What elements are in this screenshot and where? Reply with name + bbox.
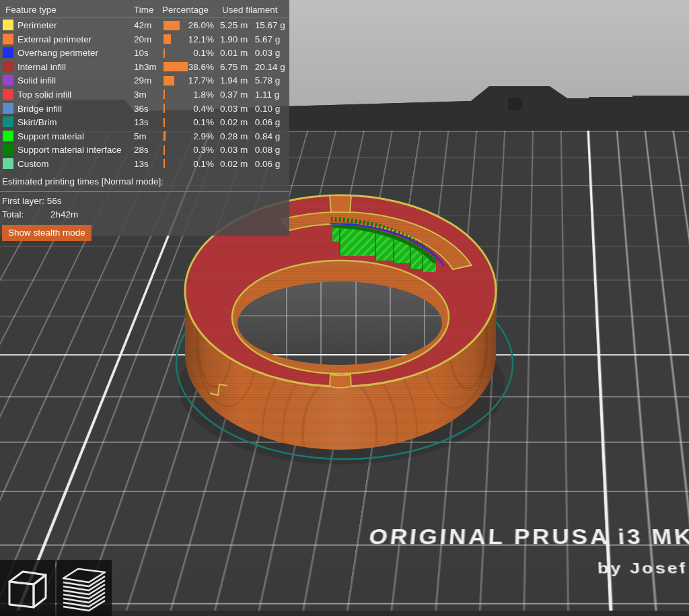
bed-byline-text: by Josef: [597, 561, 688, 576]
bed-brand-text: ORIGINAL PRUSA i3 MK: [367, 526, 689, 547]
used-filament-value: 6.75 m 20.14 g: [220, 62, 285, 72]
used-filament-value: 0.02 m 0.06 g: [220, 159, 280, 169]
percentage-value: 0.1%: [175, 48, 214, 58]
percentage-bar: [164, 159, 165, 168]
feature-name: Support material interface: [17, 145, 122, 155]
percentage-bar: [164, 118, 165, 127]
legend-row: Custom 13s 0.1% 0.02 m 0.06 g: [0, 157, 289, 171]
used-filament-value: 0.03 m 0.10 g: [220, 104, 280, 114]
percentage-value: 0.1%: [175, 117, 214, 127]
percentage-bar: [164, 145, 165, 155]
estimate-heading: Estimated printing times [Normal mode]:: [2, 176, 289, 188]
legend-row: Overhang perimeter 10s 0.1% 0.01 m 0.03 …: [0, 46, 289, 60]
feature-name: Skirt/Brim: [17, 117, 57, 127]
feature-name: Internal infill: [17, 62, 66, 72]
used-filament-value: 0.37 m 1.11 g: [220, 90, 279, 100]
legend-row: Top solid infill 3m 1.8% 0.37 m 1.11 g: [0, 88, 289, 102]
feature-color-swatch: [3, 103, 13, 114]
first-layer-label: First layer:: [2, 196, 44, 206]
total-label: Total:: [2, 209, 24, 219]
feature-color-swatch: [3, 61, 13, 72]
percentage-bar: [164, 90, 165, 99]
layers-preview-icon: [59, 565, 109, 612]
feature-time: 3m: [134, 90, 147, 100]
legend-row: Bridge infill 36s 0.4% 0.03 m 0.10 g: [0, 102, 289, 116]
legend-row: Internal infill 1h3m 38.6% 6.75 m 20.14 …: [0, 60, 289, 74]
slicer-preview-window: ORIGINAL PRUSA i3 MK by Josef: [0, 0, 689, 616]
feature-name: External perimeter: [17, 34, 92, 44]
legend-panel: Feature type Time Percentage Used filame…: [0, 0, 289, 236]
percentage-bar: [164, 76, 174, 85]
feature-time: 42m: [134, 20, 151, 30]
header-time: Time: [134, 5, 154, 15]
feature-color-swatch: [3, 20, 13, 30]
legend-header: Feature type Time Percentage Used filame…: [0, 0, 289, 18]
percentage-bar: [164, 131, 166, 141]
percentage-value: 1.8%: [175, 90, 214, 100]
legend-rows: Perimeter 42m 26.0% 5.25 m 15.67 g Exter…: [0, 18, 289, 171]
total-line: Total: 2h42m: [2, 209, 289, 220]
feature-color-swatch: [3, 47, 13, 58]
feature-time: 20m: [134, 34, 151, 44]
feature-time: 29m: [134, 75, 151, 85]
legend-row: Solid infill 29m 17.7% 1.94 m 5.78 g: [0, 73, 289, 88]
feature-color-swatch: [3, 89, 13, 100]
feature-time: 28s: [134, 145, 149, 155]
feature-time: 5m: [134, 131, 147, 141]
percentage-value: 0.3%: [175, 145, 214, 155]
feature-name: Support material: [17, 131, 84, 141]
used-filament-value: 0.03 m 0.08 g: [220, 145, 280, 155]
legend-row: Support material 5m 2.9% 0.28 m 0.84 g: [0, 129, 289, 143]
header-feature-type: Feature type: [5, 5, 57, 15]
used-filament-value: 0.02 m 0.06 g: [220, 117, 280, 127]
cube-3d-icon: [5, 567, 50, 610]
used-filament-value: 0.01 m 0.03 g: [220, 48, 280, 58]
percentage-bar: [164, 34, 171, 44]
show-stealth-mode-button[interactable]: Show stealth mode: [2, 225, 92, 241]
feature-color-swatch: [3, 34, 13, 44]
layers-preview-button[interactable]: [57, 560, 112, 616]
feature-name: Bridge infill: [17, 104, 62, 114]
used-filament-value: 1.94 m 5.78 g: [220, 75, 280, 85]
feature-time: 1h3m: [134, 62, 157, 72]
view-mode-buttons: [0, 560, 112, 616]
percentage-value: 2.9%: [175, 131, 214, 141]
percentage-value: 0.1%: [175, 159, 214, 169]
used-filament-value: 1.90 m 5.67 g: [220, 34, 280, 44]
header-used-filament: Used filament: [222, 5, 278, 15]
feature-color-swatch: [3, 131, 13, 141]
legend-row: Skirt/Brim 13s 0.1% 0.02 m 0.06 g: [0, 115, 289, 129]
first-layer-value: 56s: [47, 196, 62, 206]
feature-color-swatch: [3, 116, 13, 127]
legend-separator: [0, 191, 289, 192]
percentage-value: 26.0%: [175, 20, 214, 30]
used-filament-value: 5.25 m 15.67 g: [220, 20, 285, 30]
feature-time: 36s: [134, 104, 149, 114]
percentage-value: 0.4%: [175, 104, 214, 114]
feature-time: 13s: [134, 117, 149, 127]
total-value: 2h42m: [50, 209, 78, 219]
feature-name: Solid infill: [17, 75, 56, 85]
feature-color-swatch: [3, 144, 13, 155]
percentage-bar: [164, 48, 165, 58]
feature-name: Overhang perimeter: [17, 48, 98, 58]
used-filament-value: 0.28 m 0.84 g: [220, 131, 280, 141]
3d-view-button[interactable]: [0, 560, 55, 616]
legend-row: Perimeter 42m 26.0% 5.25 m 15.67 g: [0, 18, 289, 32]
percentage-value: 12.1%: [175, 34, 214, 44]
first-layer-line: First layer: 56s: [2, 196, 289, 207]
feature-name: Perimeter: [17, 20, 57, 30]
feature-name: Custom: [17, 159, 49, 169]
feature-color-swatch: [3, 158, 13, 169]
feature-time: 13s: [134, 159, 149, 169]
legend-row: Support material interface 28s 0.3% 0.03…: [0, 143, 289, 157]
feature-name: Top solid infill: [17, 90, 71, 100]
feature-time: 10s: [134, 48, 149, 58]
feature-color-swatch: [3, 75, 13, 85]
percentage-value: 17.7%: [175, 75, 214, 85]
bed-axis-line-horizontal: [0, 354, 689, 355]
header-percentage: Percentage: [162, 5, 209, 15]
percentage-value: 38.6%: [175, 62, 214, 72]
legend-row: External perimeter 20m 12.1% 1.90 m 5.67…: [0, 32, 289, 46]
percentage-bar: [164, 104, 165, 113]
